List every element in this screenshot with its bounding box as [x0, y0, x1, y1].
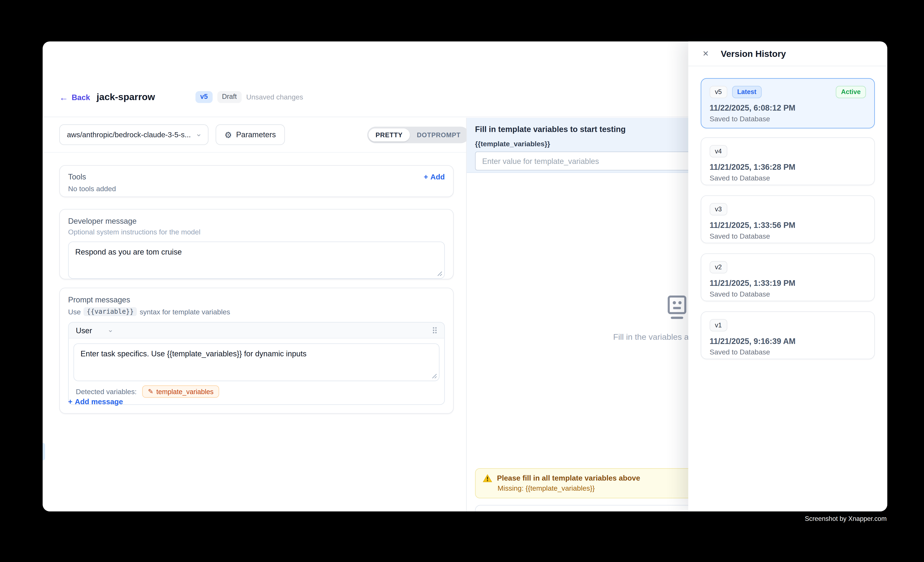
- version-card-v5[interactable]: v5 Latest Active 11/22/2025, 6:08:12 PM …: [701, 78, 875, 129]
- close-icon[interactable]: ✕: [702, 50, 709, 57]
- watermark-text: Screenshot by Xnapper.com: [805, 515, 886, 522]
- hint-suffix: syntax for template variables: [140, 308, 230, 315]
- add-tool-button[interactable]: + Add: [424, 172, 445, 181]
- page-title: jack-sparrow: [97, 92, 155, 102]
- version-timestamp: 11/21/2025, 1:36:28 PM: [710, 163, 866, 172]
- version-list: v5 Latest Active 11/22/2025, 6:08:12 PM …: [688, 66, 887, 511]
- version-id-badge: v1: [710, 319, 727, 332]
- detected-variables-label: Detected variables:: [76, 387, 137, 396]
- hint-prefix: Use: [68, 308, 81, 315]
- clipped-toast-sliver: [43, 443, 45, 460]
- tab-dotprompt[interactable]: DOTPROMPT: [410, 129, 468, 142]
- add-message-button[interactable]: + Add message: [68, 398, 123, 406]
- version-note: Saved to Database: [710, 174, 866, 182]
- version-note: Saved to Database: [710, 115, 866, 123]
- version-id-badge: v5: [710, 86, 727, 99]
- drag-handle-icon[interactable]: [432, 327, 437, 334]
- back-label: Back: [72, 93, 90, 102]
- version-timestamp: 11/22/2025, 6:08:12 PM: [710, 104, 866, 112]
- variable-syntax-chip: {{variable}}: [84, 307, 137, 316]
- tools-empty-text: No tools added: [68, 185, 445, 193]
- unsaved-changes-label: Unsaved changes: [246, 93, 303, 101]
- developer-message-textarea[interactable]: Respond as you are tom cruise: [68, 242, 445, 279]
- version-id-badge: v2: [710, 261, 727, 274]
- template-syntax-hint: Use {{variable}} syntax for template var…: [68, 307, 445, 316]
- message-block: User ⌄ Enter task specifics. Use {{templ…: [68, 322, 445, 405]
- active-badge: Active: [836, 86, 866, 99]
- version-card-v3[interactable]: v3 11/21/2025, 1:33:56 PM Saved to Datab…: [701, 195, 875, 243]
- prompt-messages-section: Prompt messages Use {{variable}} syntax …: [59, 288, 454, 414]
- role-select[interactable]: User ⌄: [76, 326, 113, 335]
- version-history-header: ✕ Version History: [688, 41, 887, 66]
- version-id-badge: v3: [710, 203, 727, 215]
- version-note: Saved to Database: [710, 290, 866, 298]
- developer-message-subtitle: Optional system instructions for the mod…: [68, 228, 445, 236]
- back-arrow-icon: ←: [59, 93, 68, 102]
- add-tool-label: Add: [430, 172, 445, 181]
- chevron-down-icon: ⌄: [195, 129, 202, 138]
- user-message-textarea[interactable]: Enter task specifics. Use {{template_var…: [74, 343, 440, 381]
- version-card-v2[interactable]: v2 11/21/2025, 1:33:19 PM Saved to Datab…: [701, 253, 875, 301]
- parameters-label: Parameters: [236, 130, 276, 139]
- draft-badge: Draft: [218, 91, 242, 103]
- developer-message-section: Developer message Optional system instru…: [59, 209, 454, 280]
- gear-icon: ⚙: [225, 130, 232, 139]
- add-message-label: Add message: [75, 398, 123, 406]
- version-id-badge: v4: [710, 145, 727, 158]
- plus-icon: +: [68, 398, 72, 406]
- prompt-messages-title: Prompt messages: [68, 295, 445, 304]
- version-history-panel: ✕ Version History v5 Latest Active 11/22…: [688, 41, 887, 511]
- version-timestamp: 11/21/2025, 1:33:56 PM: [710, 221, 866, 230]
- version-timestamp: 11/21/2025, 9:16:39 AM: [710, 337, 866, 346]
- editor-pane: aws/anthropic/bedrock-claude-3-5-s... ⌄ …: [43, 118, 466, 511]
- chevron-down-icon: ⌄: [108, 325, 113, 333]
- version-history-title: Version History: [721, 48, 786, 58]
- version-note: Saved to Database: [710, 348, 866, 356]
- tools-title: Tools: [68, 172, 86, 181]
- tools-section: Tools + Add No tools added: [59, 165, 454, 197]
- template-variable-name: template_variables: [156, 388, 213, 395]
- toolbar-divider: [43, 152, 466, 153]
- view-mode-toggle: PRETTY DOTPROMPT: [367, 127, 469, 143]
- latest-badge: Latest: [732, 86, 762, 99]
- model-select[interactable]: aws/anthropic/bedrock-claude-3-5-s... ⌄: [59, 124, 208, 145]
- version-card-v4[interactable]: v4 11/21/2025, 1:36:28 PM Saved to Datab…: [701, 137, 875, 185]
- header-badges: v5 Draft Unsaved changes: [195, 91, 303, 103]
- bot-icon: [667, 295, 687, 320]
- version-badge: v5: [195, 91, 213, 103]
- role-value: User: [76, 326, 92, 335]
- version-note: Saved to Database: [710, 232, 866, 240]
- message-header: User ⌄: [69, 323, 444, 338]
- parameters-button[interactable]: ⚙ Parameters: [216, 124, 285, 145]
- warning-triangle-icon: [483, 474, 492, 482]
- detected-variables-row: Detected variables: ✎ template_variables: [74, 381, 440, 399]
- version-timestamp: 11/21/2025, 1:33:19 PM: [710, 279, 866, 288]
- back-button[interactable]: ← Back: [59, 93, 90, 102]
- model-select-value: aws/anthropic/bedrock-claude-3-5-s...: [67, 130, 191, 139]
- developer-message-title: Developer message: [68, 217, 445, 226]
- template-variable-chip[interactable]: ✎ template_variables: [142, 385, 219, 398]
- tab-pretty[interactable]: PRETTY: [368, 129, 410, 142]
- version-card-v1[interactable]: v1 11/21/2025, 9:16:39 AM Saved to Datab…: [701, 311, 875, 359]
- warning-title: Please fill in all template variables ab…: [497, 474, 640, 482]
- screenshot-stage: ← Back jack-sparrow v5 Draft Unsaved cha…: [0, 0, 924, 562]
- plus-icon: +: [424, 172, 428, 181]
- pencil-icon: ✎: [148, 388, 153, 395]
